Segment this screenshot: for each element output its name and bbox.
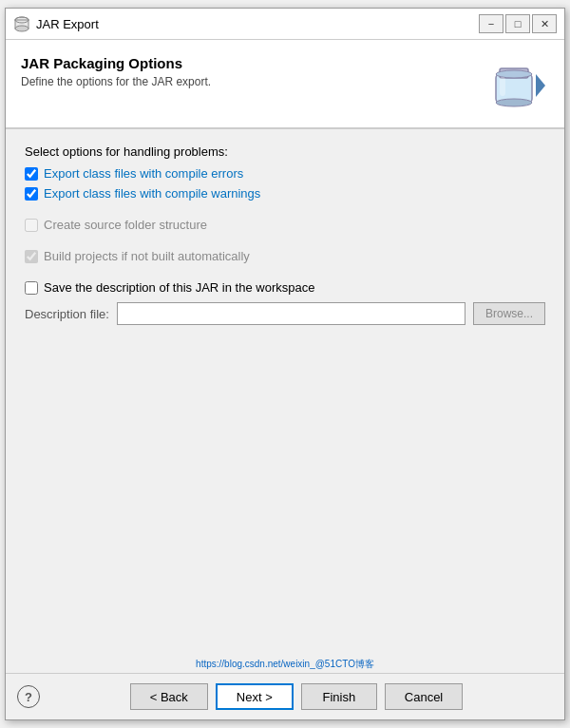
export-errors-checkbox[interactable] bbox=[25, 167, 38, 181]
list-item: Create source folder structure bbox=[25, 218, 545, 232]
next-button[interactable]: Next > bbox=[216, 683, 294, 710]
page-title: JAR Packaging Options bbox=[21, 55, 488, 71]
close-button[interactable]: ✕ bbox=[532, 14, 557, 33]
minimize-button[interactable]: − bbox=[479, 14, 504, 33]
jar-icon-svg bbox=[488, 55, 549, 116]
header-text: JAR Packaging Options Define the options… bbox=[21, 55, 488, 88]
export-errors-label[interactable]: Export class files with compile errors bbox=[44, 166, 243, 181]
description-row: Description file: Browse... bbox=[25, 302, 545, 325]
problems-label: Select options for handling problems: bbox=[25, 144, 545, 159]
create-source-checkbox[interactable] bbox=[25, 219, 38, 232]
export-warnings-label[interactable]: Export class files with compile warnings bbox=[44, 186, 260, 201]
maximize-button[interactable]: □ bbox=[505, 14, 530, 33]
window-icon bbox=[13, 15, 30, 32]
footer-bar: ? < Back Next > Finish Cancel bbox=[6, 673, 564, 719]
footer-buttons: < Back Next > Finish Cancel bbox=[40, 683, 553, 710]
watermark-text: https://blog.csdn.net/weixin_@51CTO博客 bbox=[6, 658, 564, 673]
finish-button[interactable]: Finish bbox=[301, 683, 377, 710]
window-title: JAR Export bbox=[36, 17, 479, 31]
export-warnings-checkbox[interactable] bbox=[25, 187, 38, 201]
header-section: JAR Packaging Options Define the options… bbox=[6, 40, 564, 129]
svg-point-7 bbox=[496, 70, 532, 78]
list-item: Save the description of this JAR in the … bbox=[25, 280, 545, 295]
svg-rect-9 bbox=[500, 77, 505, 96]
back-button[interactable]: < Back bbox=[130, 683, 208, 710]
footer: https://blog.csdn.net/weixin_@51CTO博客 ? … bbox=[6, 658, 564, 719]
build-projects-checkbox[interactable] bbox=[25, 250, 38, 263]
page-subtitle: Define the options for the JAR export. bbox=[21, 75, 488, 88]
description-input[interactable] bbox=[117, 302, 466, 325]
list-item: Export class files with compile warnings bbox=[25, 186, 545, 201]
browse-button[interactable]: Browse... bbox=[473, 302, 545, 325]
build-projects-label: Build projects if not built automaticall… bbox=[44, 249, 250, 263]
title-bar-controls: − □ ✕ bbox=[479, 14, 557, 33]
header-icon bbox=[488, 55, 549, 116]
list-item: Build projects if not built automaticall… bbox=[25, 249, 545, 263]
title-bar: JAR Export − □ ✕ bbox=[6, 9, 564, 40]
list-item: Export class files with compile errors bbox=[25, 166, 545, 181]
svg-point-8 bbox=[496, 99, 532, 106]
description-label: Description file: bbox=[25, 307, 109, 321]
svg-marker-4 bbox=[536, 74, 545, 97]
cancel-button[interactable]: Cancel bbox=[385, 683, 463, 710]
save-description-checkbox[interactable] bbox=[25, 281, 38, 295]
content-area: Select options for handling problems: Ex… bbox=[6, 129, 564, 658]
create-source-label: Create source folder structure bbox=[44, 218, 207, 232]
save-description-label[interactable]: Save the description of this JAR in the … bbox=[44, 280, 314, 295]
help-button[interactable]: ? bbox=[17, 685, 40, 708]
svg-point-2 bbox=[15, 26, 28, 31]
window: JAR Export − □ ✕ JAR Packaging Options D… bbox=[5, 8, 565, 720]
